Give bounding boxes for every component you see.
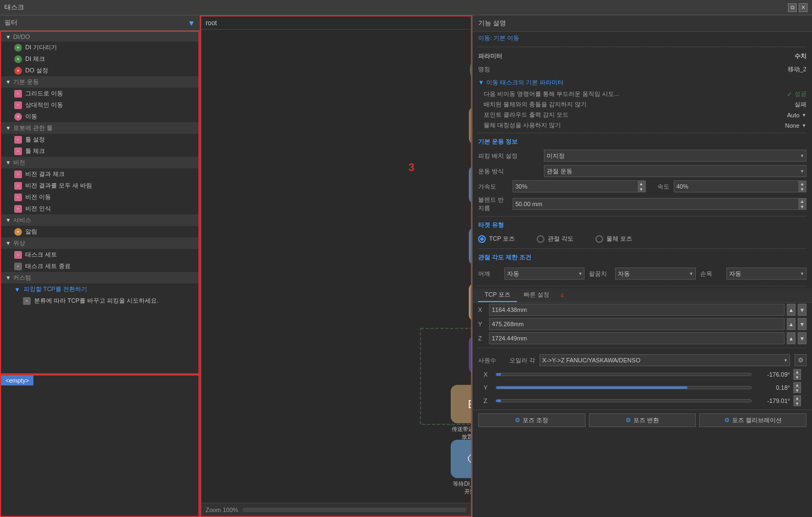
picking-batch-select[interactable]: 미지정 — [544, 150, 807, 162]
auto-dropdown-icon[interactable]: ▼ — [802, 112, 807, 118]
speed-down-btn[interactable]: ▼ — [798, 186, 806, 192]
arrow-service: ▼ — [5, 217, 11, 223]
canvas-area[interactable]: 3 — [201, 30, 471, 503]
node-transfer-icon: ⊞ — [451, 385, 471, 423]
tree-item-move[interactable]: ● 이동 — [1, 111, 198, 122]
category-basic-motion[interactable]: ▼ 기본 운동 — [1, 76, 198, 88]
di-wait-icon: ● — [14, 44, 22, 52]
filter-icon[interactable]: ▼ — [188, 19, 195, 27]
node-wait-start[interactable]: ⏱ 等待启动 — [469, 166, 471, 214]
slider-y-up-btn[interactable]: ▲ — [793, 382, 801, 388]
blend-radius-down-btn[interactable]: ▼ — [798, 204, 806, 209]
tcp-input-z[interactable] — [489, 332, 785, 344]
accel-down-btn[interactable]: ▼ — [638, 186, 645, 192]
filter-bar: 필터 ▼ — [0, 15, 200, 31]
slider-z-down-btn[interactable]: ▼ — [793, 401, 801, 406]
slider-axis-z: Z — [484, 397, 492, 404]
tree-item-alarm[interactable]: ● 알림 — [1, 226, 198, 237]
joint-select-shoulder[interactable]: 자동 — [504, 268, 584, 280]
tree-item-tool-set[interactable]: ▪ 툴 설정 — [1, 134, 198, 145]
bottom-buttons: ⚙ 포즈 조정 ⚙ 포즈 변환 ⚙ 포즈 캘리브레이션 — [473, 410, 812, 430]
tree-item-custom-tcp-sub[interactable]: ▪ 분류에 따라 TCP를 바꾸고 피킹을 시도하세요. — [1, 295, 198, 306]
radio-joint-angle[interactable]: 관절 각도 — [537, 235, 573, 243]
sub-param-row-0: 다음 비이동 명령어를 통해 부드러운 움직임 시도... ✓ 성공 — [473, 89, 812, 99]
right-link[interactable]: 이동: 기본 이동 — [473, 32, 812, 44]
sub-param-row-1: 배치된 물체와의 충돌을 감지하지 않기 실패 — [473, 99, 812, 110]
radio-tcp-pose[interactable]: TCP 포즈 — [478, 235, 515, 243]
do-set-label: DO 설정 — [25, 66, 48, 75]
node-setup-state-label: 设置机取状态_1 — [469, 268, 471, 281]
radio-object-pose[interactable]: 물체 포즈 — [595, 235, 632, 243]
tree-item-custom-tcp[interactable]: ▼ 피킹할 TCP를 전환하기 — [1, 283, 198, 295]
category-posture[interactable]: ▼ 위상 — [1, 237, 198, 249]
tab-quick-settings[interactable]: 빠른 설정 — [517, 288, 556, 302]
tcp-y-up-btn[interactable]: ▲ — [787, 318, 796, 330]
node-start[interactable]: ▶ — [470, 50, 471, 89]
category-service[interactable]: ▼ 서비스 — [1, 214, 198, 226]
close-button[interactable]: ✕ — [799, 3, 808, 12]
category-vision[interactable]: ▼ 비전 — [1, 157, 198, 168]
tcp-input-x[interactable] — [489, 304, 785, 316]
motion-type-select-wrapper: 관절 운동 — [544, 165, 807, 177]
tcp-x-down-btn[interactable]: ▼ — [798, 304, 807, 316]
blend-radius-row: 블렌드 반지름 50.00 mm ▲ ▼ — [473, 194, 812, 214]
main-layout: 필터 ▼ ▼ DI/DO ● DI 기다리기 ● DI 체크 ● DO 설정 — [0, 15, 812, 517]
category-robot-tools[interactable]: ▼ 로봇에 관한 툴 — [1, 122, 198, 134]
tree-item-vision-recognize[interactable]: ▪ 비전 인식 — [1, 203, 198, 214]
euler-select[interactable]: X->Y->Z FANUC/YASKAWA/DENSO — [540, 354, 790, 366]
accel-up-btn[interactable]: ▲ — [638, 181, 645, 186]
node-move-2[interactable]: 📍 J 移动_2 — [469, 283, 471, 331]
pose-adjust-button[interactable]: ⚙ 포즈 조정 — [478, 413, 586, 427]
speed-up-btn[interactable]: ▲ — [798, 181, 806, 186]
node-init[interactable]: ⊞ 初始化 — [469, 106, 471, 155]
euler-label-1: 사원수 — [478, 356, 496, 365]
node-move-2-icon: 📍 J — [469, 283, 471, 321]
tree-item-di-check[interactable]: ● DI 체크 — [1, 53, 198, 65]
pose-calibration-button[interactable]: ⚙ 포즈 캘리브레이션 — [699, 413, 807, 427]
tree-item-vision-result-refresh[interactable]: ▪ 비전 결과를 모두 새 바림 — [1, 180, 198, 191]
restore-button[interactable]: ⧉ — [788, 3, 797, 12]
tab-tcp-pose[interactable]: TCP 포즈 — [478, 288, 517, 302]
blend-radius-up-btn[interactable]: ▲ — [798, 198, 806, 204]
zoom-label: Zoom 100% — [206, 507, 238, 513]
slider-y-down-btn[interactable]: ▼ — [793, 388, 801, 393]
joint-select-wrist[interactable]: 자동 — [726, 268, 807, 280]
tree-item-relative-move[interactable]: ▪ 상대적인 이동 — [1, 99, 198, 111]
section-divider-5 — [478, 286, 807, 286]
tree-item-di-wait[interactable]: ● DI 기다리기 — [1, 42, 198, 53]
tcp-z-up-btn[interactable]: ▲ — [787, 332, 796, 344]
tree-item-task-set-end[interactable]: ▪ 태스크 세트 종료 — [1, 260, 198, 272]
sub-param-row-3: 물체 대칭성을 사용하지 않기 None ▼ — [473, 120, 812, 130]
node-setup-state[interactable]: ⚙ 设置机取状态_1 — [469, 227, 471, 281]
pose-convert-button[interactable]: ⚙ 포즈 변환 — [589, 413, 696, 427]
slider-x-up-btn[interactable]: ▲ — [793, 369, 801, 374]
node-wait-di[interactable]: ⏱ 等待DI_2夹具张开到位 — [451, 440, 471, 496]
none-dropdown-icon[interactable]: ▼ — [802, 123, 807, 128]
joint-limit-header: 관절 각도 제한 조건 — [473, 251, 812, 264]
slider-z-up-btn[interactable]: ▲ — [793, 395, 801, 401]
motion-type-select[interactable]: 관절 운동 — [544, 165, 807, 177]
node-reset[interactable]: ○ 复位不可抵 — [469, 336, 471, 384]
tree-item-vision-result-check[interactable]: ▪ 비전 결과 체크 — [1, 168, 198, 180]
tree-item-task-set[interactable]: ▪ 태스크 세트 — [1, 249, 198, 260]
tree-item-do-set[interactable]: ● DO 설정 — [1, 65, 198, 76]
tcp-z-down-btn[interactable]: ▼ — [798, 332, 807, 344]
zoom-scrollbar[interactable] — [242, 508, 467, 512]
tree-item-tool-check[interactable]: ▪ 툴 체크 — [1, 145, 198, 157]
category-dido[interactable]: ▼ DI/DO — [1, 32, 198, 42]
di-wait-label: DI 기다리기 — [25, 43, 57, 52]
category-custom[interactable]: ▼ 커스텀 — [1, 272, 198, 283]
tree-item-vision-move[interactable]: ▪ 비전 이동 — [1, 191, 198, 203]
category-robot-tools-label: 로봇에 관한 툴 — [13, 124, 53, 132]
tree-item-grid-move[interactable]: ▪ 그리드로 이동 — [1, 88, 198, 99]
slider-x-down-btn[interactable]: ▼ — [793, 374, 801, 380]
tcp-x-up-btn[interactable]: ▲ — [787, 304, 796, 316]
center-panel: root 3 — [200, 15, 472, 517]
euler-gear-icon[interactable]: ⚙ — [794, 354, 807, 366]
move-icon: ● — [14, 113, 22, 121]
joint-select-elbow[interactable]: 자동 — [615, 268, 695, 280]
tcp-y-down-btn[interactable]: ▼ — [798, 318, 807, 330]
tcp-input-y[interactable] — [489, 318, 785, 330]
task-set-label: 태스크 세트 — [25, 251, 57, 259]
node-transfer[interactable]: ⊞ 传送带运动1次及放置完成 — [451, 385, 471, 441]
